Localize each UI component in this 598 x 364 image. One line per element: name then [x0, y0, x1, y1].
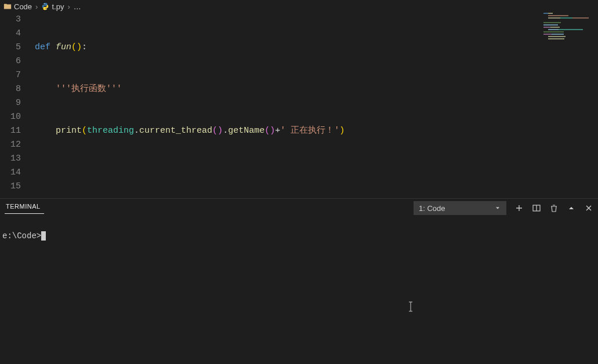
line-number: 13	[0, 152, 21, 166]
minimap[interactable]	[543, 13, 590, 187]
terminal-selector-label: 1: Code	[419, 204, 445, 213]
code-content[interactable]: def fun(): '''执行函数''' print(threading.cu…	[29, 13, 598, 198]
chevron-down-icon	[494, 205, 501, 212]
line-number: 15	[0, 180, 21, 194]
breadcrumb-root[interactable]: Code	[14, 2, 32, 11]
terminal-header: TERMINAL 1: Code	[0, 199, 598, 217]
terminal-selector[interactable]: 1: Code	[414, 201, 506, 215]
breadcrumb-more[interactable]: …	[74, 2, 81, 11]
maximize-panel-icon[interactable]	[567, 203, 576, 213]
text-cursor-ibeam	[408, 301, 414, 312]
split-terminal-icon[interactable]	[532, 203, 541, 213]
terminal-tab[interactable]: TERMINAL	[5, 203, 44, 214]
line-number: 7	[0, 68, 21, 82]
terminal-body[interactable]: e:\Code>	[0, 217, 598, 364]
line-number: 9	[0, 96, 21, 110]
svg-point-0	[44, 3, 45, 4]
svg-point-1	[46, 9, 47, 9]
line-number: 5	[0, 41, 21, 54]
line-number-gutter: 3 4 5 6 7 8 9 10 11 12 13 14 15	[0, 13, 29, 198]
line-number: 14	[0, 166, 21, 180]
chevron-right-icon: ›	[35, 2, 38, 11]
terminal-panel: TERMINAL 1: Code e:\C	[0, 198, 598, 364]
python-icon	[41, 2, 49, 10]
line-number: 11	[0, 124, 21, 138]
line-number: 3	[0, 13, 21, 27]
new-terminal-icon[interactable]	[514, 203, 524, 213]
chevron-right-icon: ›	[67, 2, 70, 11]
line-number: 8	[0, 82, 21, 96]
terminal-cursor	[41, 231, 46, 241]
folder-icon	[3, 2, 12, 10]
kill-terminal-icon[interactable]	[549, 203, 559, 213]
terminal-prompt: e:\Code>	[2, 231, 41, 241]
line-number: 12	[0, 138, 21, 152]
line-number: 10	[0, 110, 21, 124]
close-panel-icon[interactable]	[584, 203, 593, 213]
breadcrumb-file[interactable]: t.py	[52, 2, 64, 11]
line-number: 6	[0, 54, 21, 68]
breadcrumbs: Code › t.py › …	[0, 0, 598, 13]
line-number: 4	[0, 27, 21, 41]
code-editor[interactable]: 3 4 5 6 7 8 9 10 11 12 13 14 15 def fun(…	[0, 13, 598, 198]
